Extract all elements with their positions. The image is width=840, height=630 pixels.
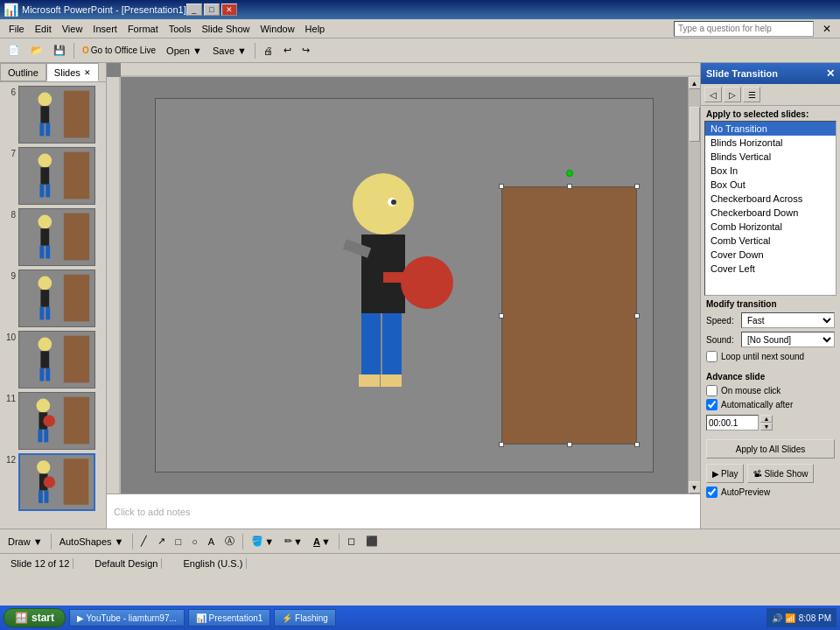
slide-img-7[interactable] [18,147,95,205]
slide-canvas[interactable] [121,77,688,494]
panel-icon-2[interactable]: ▷ [724,87,741,102]
slideshow-button[interactable]: 📽 Slide Show [747,464,814,483]
transition-checker-across[interactable]: Checkerboard Across [705,192,836,206]
door-rectangle[interactable] [501,186,637,444]
slide-thumb-10[interactable]: 10 [4,331,102,388]
save-dropdown-button[interactable]: Save ▼ [208,41,251,60]
menu-edit[interactable]: Edit [30,22,57,36]
arrow-tool[interactable]: ↗ [153,532,170,551]
menu-insert[interactable]: Insert [88,22,122,36]
menu-view[interactable]: View [57,22,88,36]
loop-checkbox[interactable] [706,351,718,362]
rect-tool[interactable]: □ [172,532,186,551]
menu-slideshow[interactable]: Slide Show [196,22,255,36]
open-dropdown-button[interactable]: Open ▼ [162,41,206,60]
mouse-click-checkbox[interactable] [706,385,718,396]
slide-num-12: 12 [4,455,16,465]
slide-img-8[interactable] [18,208,95,266]
go-office-button[interactable]: O Go to Office Live [78,41,160,60]
scroll-down-arrow[interactable]: ▼ [689,481,701,494]
text-tool[interactable]: A [204,532,219,551]
slide-thumb-6[interactable]: 6 [4,86,102,144]
transition-no-transition[interactable]: No Transition [705,122,836,136]
slide-thumb-11[interactable]: 11 [4,392,102,450]
svg-rect-13 [64,214,89,261]
transition-cover-left[interactable]: Cover Left [705,262,836,276]
transition-blinds-v[interactable]: Blinds Vertical [705,150,836,164]
tab-slides[interactable]: Slides ✕ [46,63,99,81]
taskbar-item-ppt[interactable]: 📊 Presentation1 [188,609,271,626]
save-button[interactable]: 💾 [49,41,70,60]
transition-checker-down[interactable]: Checkerboard Down [705,206,836,220]
transition-cover-down[interactable]: Cover Down [705,248,836,262]
transition-box-out[interactable]: Box Out [705,178,836,192]
taskbar-item-flashing[interactable]: ⚡ Flashing [274,609,336,626]
apply-all-button[interactable]: Apply to All Slides [706,439,835,458]
scrollbar-vertical[interactable]: ▲ ▼ [688,77,700,494]
notes-area[interactable]: Click to add notes [107,494,700,528]
3d-tool[interactable]: ⬛ [361,532,382,551]
slides-tab-close[interactable]: ✕ [84,68,91,77]
tab-outline[interactable]: Outline [0,63,46,81]
help-close-icon[interactable]: ✕ [817,21,836,37]
time-up-arrow[interactable]: ▲ [760,415,773,423]
transition-list[interactable]: No Transition Blinds Horizontal Blinds V… [704,121,836,296]
redo-button[interactable]: ↪ [298,41,314,60]
slide-thumb-7[interactable]: 7 [4,147,102,205]
auto-after-checkbox[interactable] [706,399,718,410]
print-button[interactable]: 🖨 [259,41,277,60]
close-button[interactable]: ✕ [221,4,237,16]
draw-menu[interactable]: Draw ▼ [4,532,47,551]
sound-select[interactable]: [No Sound] [741,332,835,347]
open-button[interactable]: 📂 [26,41,47,60]
time-down-arrow[interactable]: ▼ [760,423,773,430]
scroll-up-arrow[interactable]: ▲ [689,77,701,89]
autopreview-checkbox[interactable] [706,486,718,498]
oval-tool[interactable]: ○ [187,532,202,551]
slide-main[interactable] [155,98,654,472]
transition-comb-h[interactable]: Comb Horizontal [705,220,836,234]
panel-icon-1[interactable]: ◁ [704,87,722,102]
minimize-button[interactable]: _ [186,4,202,16]
slide-img-11[interactable] [18,392,95,450]
transition-comb-v[interactable]: Comb Vertical [705,234,836,248]
slide-panel: Outline Slides ✕ 6 [0,63,107,528]
start-button[interactable]: 🪟 start [4,608,66,627]
line-color-tool[interactable]: ✏▼ [280,532,307,551]
slide-img-6[interactable] [18,86,95,144]
taskbar-item-youtube[interactable]: ▶ YouTube - liamturn97... [69,609,185,626]
transition-blinds-h[interactable]: Blinds Horizontal [705,136,836,150]
line-tool[interactable]: ╱ [136,532,151,551]
autoshapes-menu[interactable]: AutoShapes ▼ [55,532,129,551]
fill-color-tool[interactable]: 🪣▼ [247,532,278,551]
undo-button[interactable]: ↩ [279,41,296,60]
wordart-tool[interactable]: Ⓐ [220,532,239,551]
font-color-tool[interactable]: A▼ [309,532,335,551]
new-button[interactable]: 📄 [4,41,24,60]
shadow-tool[interactable]: ◻ [343,532,360,551]
menu-tools[interactable]: Tools [164,22,197,36]
scroll-thumb-v[interactable] [690,107,700,142]
slide-thumb-12[interactable]: 12 [4,453,102,511]
panel-icon-3[interactable]: ☰ [743,87,760,102]
help-input[interactable] [674,21,814,37]
slide-img-12[interactable] [18,453,95,511]
menu-window[interactable]: Window [255,22,299,36]
panel-close-icon[interactable]: ✕ [826,67,835,80]
menu-format[interactable]: Format [122,22,164,36]
slide-thumb-9[interactable]: 9 [4,270,102,327]
play-label: Play [721,469,738,479]
scroll-track-v[interactable] [689,89,700,481]
slides-list[interactable]: 6 7 [0,82,106,528]
maximize-button[interactable]: □ [204,4,220,16]
slide-img-10[interactable] [18,331,95,388]
transition-box-in[interactable]: Box In [705,164,836,178]
time-input[interactable] [706,415,759,430]
slide-thumb-8[interactable]: 8 [4,208,102,266]
speed-select[interactable]: Fast Medium Slow [741,312,835,328]
play-button[interactable]: ▶ Play [706,464,744,483]
slide-img-9[interactable] [18,270,95,327]
menu-help[interactable]: Help [300,22,331,36]
svg-rect-3 [40,106,49,123]
menu-file[interactable]: File [4,22,30,36]
